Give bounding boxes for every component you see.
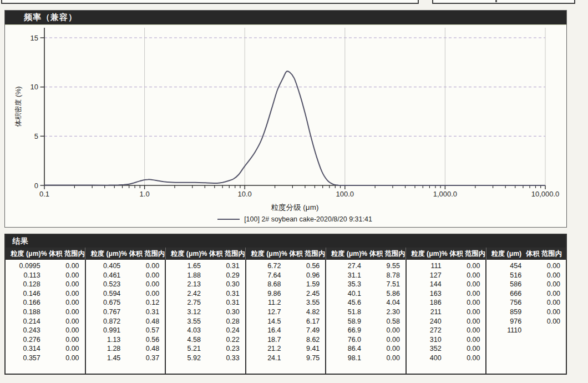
cell-percent-volume: 0.96 bbox=[281, 271, 325, 280]
cell-percent-volume: 0.30 bbox=[201, 308, 245, 317]
cell-size: 16.4 bbox=[246, 326, 281, 335]
table-row: 1860.00 bbox=[407, 298, 486, 308]
results-title: 结果 bbox=[6, 235, 566, 248]
table-row: 0.9910.57 bbox=[86, 326, 165, 335]
cell-size: 24.1 bbox=[246, 354, 281, 363]
table-row: 45.64.04 bbox=[326, 298, 405, 308]
cell-size: 5.92 bbox=[166, 354, 201, 363]
table-row: 0.3140.00 bbox=[6, 344, 85, 354]
cell-percent-volume: 0.00 bbox=[40, 354, 85, 363]
table-row: 0.4050.00 bbox=[86, 261, 165, 271]
table-row: 3.120.30 bbox=[166, 308, 245, 317]
cell-percent-volume: 0.00 bbox=[40, 261, 85, 271]
cell-size: 0.146 bbox=[6, 289, 40, 299]
table-row: 35.37.51 bbox=[326, 280, 405, 289]
cell-percent-volume: 0.33 bbox=[201, 354, 245, 363]
svg-text:体积密度 (%): 体积密度 (%) bbox=[14, 87, 22, 127]
results-table-group: 27.49.5531.18.7835.37.5140.15.8645.64.04… bbox=[325, 260, 405, 374]
results-table-group: 1110.001270.001440.001630.001860.002110.… bbox=[405, 260, 486, 374]
cell-percent-volume: 0.29 bbox=[201, 271, 245, 280]
cell-percent-volume: 4.04 bbox=[361, 298, 405, 308]
cell-percent-volume: 0.00 bbox=[521, 289, 566, 299]
table-row: 1630.00 bbox=[407, 289, 486, 299]
results-header-group: 粒度 (μm)% 体积 范围内 bbox=[326, 248, 405, 260]
cell-percent-volume: 0.00 bbox=[120, 271, 165, 280]
table-row: 0.7670.31 bbox=[86, 308, 165, 317]
cell-percent-volume: 0.48 bbox=[120, 317, 165, 326]
table-row: 1.880.29 bbox=[166, 271, 245, 280]
cropped-panel-top-right bbox=[432, 0, 575, 4]
table-row: 0.2430.00 bbox=[6, 326, 85, 335]
cell-size: 40.1 bbox=[326, 289, 361, 299]
header-size: 粒度 (μm) bbox=[166, 249, 201, 259]
cell-percent-volume: 0.00 bbox=[40, 289, 85, 299]
cell-size: 1.45 bbox=[86, 354, 121, 363]
results-header-group: 粒度 (μm)% 体积 范围内 bbox=[245, 248, 325, 260]
cell-percent-volume: 0.00 bbox=[442, 344, 486, 354]
cell-percent-volume: 0.37 bbox=[120, 354, 165, 363]
header-size: 粒度 (μm) bbox=[246, 249, 281, 259]
cell-size: 8.68 bbox=[246, 280, 281, 289]
table-row: 6.720.56 bbox=[246, 261, 326, 271]
frequency-chart-canvas: 0510150.11.010.0100.01,000.010,000.0粒度分级… bbox=[5, 25, 566, 214]
cell-percent-volume: 0.31 bbox=[201, 298, 245, 308]
cell-percent-volume: 0.00 bbox=[361, 344, 405, 354]
table-row: 7.640.96 bbox=[246, 271, 326, 280]
table-row: 9760.00 bbox=[486, 317, 566, 326]
cell-size: 0.675 bbox=[86, 298, 121, 308]
header-percent-volume: % 体积 范围内 bbox=[281, 249, 329, 259]
table-row: 58.90.58 bbox=[326, 317, 405, 326]
cell-size: 1.65 bbox=[166, 261, 201, 271]
cell-size: 98.1 bbox=[326, 354, 361, 363]
header-percent-volume: % 体积 范围内 bbox=[361, 249, 409, 259]
cell-size: 4.58 bbox=[166, 335, 201, 345]
header-size: 粒度 (μm) bbox=[85, 249, 121, 259]
table-row: 1110 bbox=[486, 326, 566, 335]
cell-percent-volume: 2.30 bbox=[361, 308, 405, 317]
header-percent-volume: % 体积 范围内 bbox=[442, 249, 489, 259]
cell-percent-volume: 0.31 bbox=[120, 308, 165, 317]
cell-size: 1.13 bbox=[86, 335, 121, 345]
cell-percent-volume: 0.00 bbox=[521, 271, 566, 280]
cell-size: 0.523 bbox=[86, 280, 121, 289]
legend-line-swatch bbox=[217, 219, 240, 220]
table-row: 3.550.28 bbox=[166, 317, 245, 326]
cell-percent-volume: 0.00 bbox=[40, 308, 85, 317]
results-table-group: 0.4050.000.4610.000.5230.000.5940.000.67… bbox=[85, 260, 165, 374]
table-row: 2110.00 bbox=[407, 308, 486, 317]
table-row: 0.1660.00 bbox=[6, 298, 85, 308]
cell-percent-volume: 0.12 bbox=[120, 298, 165, 308]
table-row: 0.1460.00 bbox=[6, 289, 85, 299]
table-row: 66.90.00 bbox=[326, 326, 405, 335]
cell-size: 21.2 bbox=[246, 344, 281, 354]
cell-size: 163 bbox=[407, 289, 442, 299]
cell-percent-volume: 5.86 bbox=[361, 289, 405, 299]
cell-percent-volume: 0.00 bbox=[521, 298, 566, 308]
chart-legend: [100] 2# soybean cake-2020/8/20 9:31:41 bbox=[44, 214, 545, 224]
frequency-panel-title: 频率（兼容） bbox=[5, 11, 566, 25]
table-row: 0.1130.00 bbox=[6, 271, 85, 280]
table-row: 3100.00 bbox=[407, 335, 486, 345]
header-percent-volume: % 体积 范围内 bbox=[201, 249, 249, 259]
cell-size: 11.2 bbox=[246, 298, 281, 308]
table-row: 1440.00 bbox=[407, 280, 486, 289]
table-row: 0.1280.00 bbox=[6, 280, 85, 289]
svg-text:粒度分级 (μm): 粒度分级 (μm) bbox=[271, 203, 319, 211]
cell-size: 0.188 bbox=[6, 308, 40, 317]
cell-size: 0.461 bbox=[86, 271, 121, 280]
cell-size: 272 bbox=[407, 326, 442, 335]
svg-text:1.0: 1.0 bbox=[140, 190, 150, 198]
cell-size: 240 bbox=[407, 317, 442, 326]
svg-text:0.1: 0.1 bbox=[39, 190, 49, 198]
cell-size: 76.0 bbox=[326, 335, 361, 345]
header-percent-volume: 体积 范围内 bbox=[526, 249, 566, 259]
table-row: 6660.00 bbox=[486, 289, 566, 299]
table-row: 0.6750.12 bbox=[86, 298, 165, 308]
svg-text:10: 10 bbox=[31, 83, 38, 91]
cell-size: 6.72 bbox=[246, 261, 281, 271]
table-row: 2720.00 bbox=[407, 326, 486, 335]
table-row: 0.2760.00 bbox=[6, 335, 85, 345]
cell-size: 111 bbox=[407, 261, 442, 271]
cell-percent-volume: 0.00 bbox=[40, 271, 85, 280]
header-size: 粒度 (μm) bbox=[326, 249, 362, 259]
